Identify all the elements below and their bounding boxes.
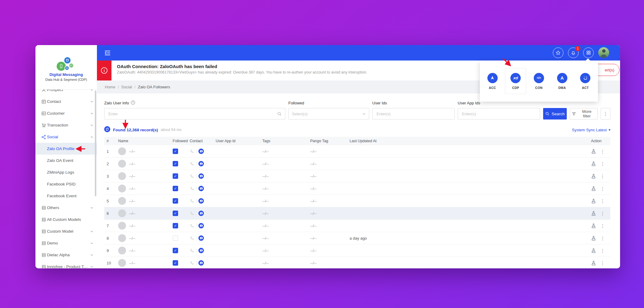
- phone-icon[interactable]: [190, 149, 194, 154]
- search-button[interactable]: Search: [543, 108, 567, 120]
- zalo-chat-icon[interactable]: [198, 186, 204, 191]
- breadcrumb-home[interactable]: Home: [105, 85, 115, 89]
- table-row-9[interactable]: 9--/----/----/--⋮: [104, 244, 610, 257]
- user-avatar[interactable]: [598, 47, 609, 58]
- zalo-chat-icon[interactable]: [198, 235, 204, 241]
- launcher-app-dma[interactable]: ADMA: [552, 68, 573, 94]
- zalo-user-info-input[interactable]: [108, 111, 275, 116]
- table-row-2[interactable]: 2--/----/----/--⋮: [104, 158, 610, 170]
- zalo-chat-icon[interactable]: [198, 248, 204, 253]
- sidebar-item-custom-model[interactable]: Custom Model: [35, 225, 97, 237]
- launcher-app-acc[interactable]: ACC: [482, 68, 503, 94]
- table-row-4[interactable]: 4--/----/----/--⋮: [104, 182, 610, 195]
- sidebar-item-prospect[interactable]: Prospect: [35, 89, 97, 96]
- launcher-app-cdp[interactable]: xdCDP: [505, 68, 526, 94]
- zalo-chat-icon[interactable]: [198, 173, 204, 179]
- phone-icon[interactable]: [190, 174, 194, 179]
- experiment-flask-icon[interactable]: [591, 149, 596, 154]
- sidebar-item-demo[interactable]: Demo: [35, 237, 97, 249]
- table-row-7[interactable]: 7--/----/----/--⋮: [104, 220, 610, 232]
- zalo-chat-icon[interactable]: [198, 198, 204, 204]
- favorites-star-icon[interactable]: [553, 48, 563, 58]
- phone-icon[interactable]: [190, 186, 194, 191]
- phone-icon[interactable]: [190, 161, 194, 166]
- followed-checkbox[interactable]: [173, 248, 178, 253]
- row-more-actions-icon[interactable]: ⋮: [600, 174, 605, 179]
- sidebar-item-contact[interactable]: Contact: [35, 96, 97, 107]
- breadcrumb-social[interactable]: Social: [121, 85, 132, 89]
- sidebar-item-social[interactable]: Social: [35, 131, 97, 143]
- row-more-actions-icon[interactable]: ⋮: [600, 149, 605, 154]
- experiment-flask-icon[interactable]: [591, 223, 596, 228]
- sidebar-item-others[interactable]: Others: [35, 202, 97, 214]
- sidebar-item-facebook-event[interactable]: Facebook Event: [35, 190, 97, 202]
- question-circle-icon[interactable]: ?: [131, 100, 135, 106]
- sidebar-item-customer[interactable]: Customer: [35, 107, 97, 119]
- phone-icon[interactable]: [190, 260, 194, 265]
- zalo-chat-icon[interactable]: [198, 211, 204, 216]
- sidebar-item-all-custom-models[interactable]: All Custom Models: [35, 214, 97, 225]
- table-row-8[interactable]: 8--/----/----/--a day ago⋮: [104, 232, 610, 244]
- followed-checkbox[interactable]: [173, 186, 178, 191]
- followed-checkbox[interactable]: [173, 198, 178, 204]
- followed-checkbox[interactable]: [173, 235, 178, 241]
- menu-fold-icon[interactable]: [104, 50, 111, 56]
- sidebar-item-zalo-oa-event[interactable]: Zalo OA Event: [35, 155, 97, 166]
- more-filter-button[interactable]: More filter: [570, 108, 598, 120]
- notifications-bell-icon[interactable]: 1: [568, 48, 579, 58]
- table-row-1[interactable]: 1--/----/----/--⋮: [104, 145, 610, 158]
- row-more-actions-icon[interactable]: ⋮: [600, 199, 605, 203]
- phone-icon[interactable]: [190, 248, 194, 253]
- followed-checkbox[interactable]: [173, 173, 178, 179]
- followed-select[interactable]: Select(s): [288, 108, 369, 120]
- refresh-sync-icon[interactable]: [104, 126, 110, 133]
- phone-icon[interactable]: [190, 198, 194, 203]
- sidebar-item-zalo-oa-profile[interactable]: Zalo OA Profile: [35, 143, 97, 155]
- zalo-chat-icon[interactable]: [198, 223, 204, 228]
- launcher-app-con[interactable]: </>CON: [528, 68, 549, 94]
- row-more-actions-icon[interactable]: ⋮: [600, 261, 605, 265]
- experiment-flask-icon[interactable]: [591, 248, 596, 253]
- row-more-actions-icon[interactable]: ⋮: [600, 211, 605, 216]
- experiment-flask-icon[interactable]: [591, 260, 596, 266]
- followed-checkbox[interactable]: [173, 223, 178, 228]
- row-avatar: [118, 197, 126, 205]
- sort-system-sync-latest[interactable]: System Sync Latest▾: [572, 128, 610, 132]
- sidebar-item-transaction[interactable]: Transaction: [35, 119, 97, 131]
- sidebar-scrollbar[interactable]: [95, 90, 96, 196]
- zalo-chat-icon[interactable]: [198, 161, 204, 166]
- followed-checkbox[interactable]: [173, 149, 178, 154]
- sidebar-item-innisfree-product-test[interactable]: Innisfree - Product Test - ...: [35, 261, 97, 268]
- sidebar-item-dielac-alpha[interactable]: Dielac Alpha: [35, 249, 97, 261]
- table-row-10[interactable]: 10--/----/----/--⋮: [104, 257, 610, 268]
- row-more-actions-icon[interactable]: ⋮: [600, 162, 605, 166]
- zalo-chat-icon[interactable]: [198, 260, 204, 266]
- experiment-flask-icon[interactable]: [591, 198, 596, 204]
- followed-checkbox[interactable]: [173, 260, 178, 266]
- user-app-ids-input[interactable]: [461, 111, 536, 116]
- table-row-6[interactable]: 6--/----/----/--⋮: [104, 207, 610, 220]
- phone-icon[interactable]: [190, 236, 194, 241]
- app-launcher-grid-icon[interactable]: [583, 48, 594, 58]
- user-ids-input[interactable]: [376, 111, 451, 116]
- table-row-3[interactable]: 3--/----/----/--⋮: [104, 170, 610, 182]
- experiment-flask-icon[interactable]: [591, 211, 596, 216]
- sidebar-item-zminiapp-logs[interactable]: ZMiniApp Logs: [35, 166, 97, 178]
- followed-checkbox[interactable]: [173, 161, 178, 166]
- row-more-actions-icon[interactable]: ⋮: [600, 236, 605, 241]
- table-row-5[interactable]: 5--/----/----/--⋮: [104, 195, 610, 207]
- phone-icon[interactable]: [190, 211, 194, 216]
- phone-icon[interactable]: [190, 223, 194, 228]
- zalo-chat-icon[interactable]: [198, 149, 204, 154]
- row-more-actions-icon[interactable]: ⋮: [600, 248, 605, 253]
- experiment-flask-icon[interactable]: [591, 174, 596, 179]
- row-more-actions-icon[interactable]: ⋮: [600, 186, 605, 191]
- experiment-flask-icon[interactable]: [591, 186, 596, 191]
- row-more-actions-icon[interactable]: ⋮: [600, 224, 605, 228]
- experiment-flask-icon[interactable]: [591, 236, 596, 241]
- followed-checkbox[interactable]: [173, 211, 178, 216]
- experiment-flask-icon[interactable]: [591, 161, 596, 166]
- sidebar-item-facebook-psid[interactable]: Facebook PSID: [35, 178, 97, 190]
- launcher-app-act[interactable]: ACT: [575, 68, 596, 94]
- filter-overflow-button[interactable]: ⋮: [601, 108, 610, 120]
